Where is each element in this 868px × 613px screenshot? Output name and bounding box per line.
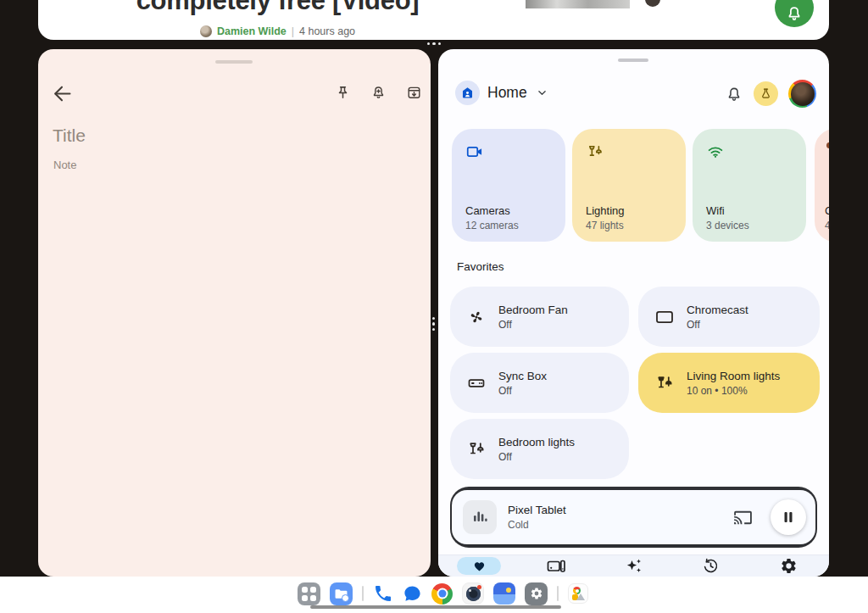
bell-icon bbox=[785, 4, 804, 23]
messages-app-icon[interactable] bbox=[403, 584, 422, 604]
category-label: C bbox=[825, 204, 829, 217]
taskbar-divider bbox=[557, 586, 559, 601]
reminder-button[interactable] bbox=[369, 83, 387, 102]
keep-note-window[interactable]: Title Note bbox=[38, 49, 431, 577]
chrome-app-icon[interactable] bbox=[431, 583, 453, 605]
article-byline: Damien Wilde | 4 hours ago bbox=[38, 25, 517, 37]
archive-icon bbox=[405, 84, 423, 102]
media-box-icon bbox=[466, 373, 487, 393]
tile-status: Off bbox=[498, 385, 547, 397]
category-card-cameras[interactable]: Cameras 12 cameras bbox=[452, 129, 565, 242]
category-sublabel: 3 devices bbox=[706, 220, 749, 231]
nav-automations[interactable] bbox=[612, 556, 656, 577]
author-name[interactable]: Damien Wilde bbox=[217, 25, 287, 37]
tile-status: Off bbox=[687, 319, 748, 331]
back-arrow-icon bbox=[52, 83, 73, 104]
tile-label: Living Room lights bbox=[687, 370, 780, 382]
clock-badge bbox=[342, 594, 349, 602]
lamps-filled-icon bbox=[654, 373, 675, 393]
note-title-input[interactable]: Title bbox=[53, 125, 86, 146]
window-drag-handle[interactable] bbox=[618, 59, 648, 62]
flask-icon bbox=[759, 86, 773, 101]
files-app-icon[interactable] bbox=[330, 582, 353, 605]
keep-action-bar bbox=[333, 83, 423, 102]
device-category-row: Cameras 12 cameras Lighting 47 lights Wi… bbox=[452, 129, 806, 242]
nav-devices[interactable] bbox=[534, 556, 578, 577]
media-player-card[interactable]: Pixel Tablet Cold bbox=[452, 490, 815, 544]
recent-split-pair-icon[interactable] bbox=[568, 583, 588, 604]
gear-icon bbox=[780, 557, 798, 575]
tile-label: Bedroom lights bbox=[498, 436, 575, 449]
devices-icon bbox=[547, 558, 565, 575]
window-drag-handle[interactable] bbox=[215, 60, 253, 64]
favorites-grid: Bedroom Fan Off Chromecast Off Sync Box bbox=[450, 287, 820, 479]
tile-chromecast[interactable]: Chromecast Off bbox=[638, 287, 820, 347]
pause-button[interactable] bbox=[771, 499, 806, 535]
lamps-icon bbox=[466, 439, 487, 460]
phone-app-icon[interactable] bbox=[373, 583, 393, 604]
category-sublabel: 4 bbox=[825, 220, 829, 231]
tile-label: Sync Box bbox=[498, 370, 547, 382]
bell-icon bbox=[725, 85, 743, 103]
tile-bedroom-fan[interactable]: Bedroom Fan Off bbox=[450, 287, 629, 347]
tile-status: Off bbox=[498, 319, 568, 331]
fan-icon bbox=[466, 307, 487, 327]
category-label: Cameras bbox=[465, 204, 510, 217]
pin-button[interactable] bbox=[333, 83, 352, 102]
heart-icon bbox=[472, 559, 487, 573]
chevron-down-icon bbox=[537, 87, 548, 98]
subscribe-bell-button[interactable] bbox=[775, 0, 814, 27]
video-camera-icon bbox=[465, 142, 484, 161]
tile-sync-box[interactable]: Sync Box Off bbox=[450, 353, 629, 413]
display-icon bbox=[654, 307, 675, 327]
google-home-window[interactable]: Home bbox=[438, 49, 829, 577]
nav-activity[interactable] bbox=[689, 556, 733, 577]
notifications-button[interactable] bbox=[725, 85, 743, 103]
gear-icon bbox=[530, 587, 543, 600]
tile-living-room-lights[interactable]: Living Room lights 10 on • 100% bbox=[638, 353, 820, 413]
sparkle-icon bbox=[625, 557, 643, 575]
article-thumbnail bbox=[526, 0, 630, 8]
home-selector[interactable]: Home bbox=[455, 80, 548, 105]
house-icon bbox=[460, 86, 475, 100]
taskbar-divider bbox=[362, 586, 364, 601]
author-avatar bbox=[200, 25, 212, 37]
cast-button[interactable] bbox=[733, 508, 753, 527]
category-card-clipped[interactable]: C 4 bbox=[815, 129, 829, 242]
all-apps-button[interactable] bbox=[298, 582, 320, 605]
tile-label: Chromecast bbox=[687, 304, 748, 316]
tile-label: Bedroom Fan bbox=[498, 304, 568, 316]
settings-app-icon[interactable] bbox=[525, 582, 548, 605]
gallery-app-icon[interactable] bbox=[493, 582, 515, 605]
split-handle-vertical[interactable] bbox=[432, 317, 435, 331]
split-handle-horizontal[interactable] bbox=[427, 42, 441, 45]
history-icon bbox=[702, 557, 720, 575]
browser-article-window[interactable]: completely free [Video] Damien Wilde | 4… bbox=[38, 0, 829, 40]
home-structure-badge bbox=[455, 81, 480, 105]
account-avatar[interactable] bbox=[788, 80, 816, 108]
article-headline: completely free [Video] bbox=[38, 0, 517, 16]
category-label: Lighting bbox=[586, 204, 625, 217]
tile-bedroom-lights[interactable]: Bedroom lights Off bbox=[450, 419, 629, 479]
media-device-name: Pixel Tablet bbox=[508, 504, 733, 516]
phone-icon bbox=[373, 583, 393, 604]
note-body-input[interactable]: Note bbox=[53, 159, 76, 171]
pin-icon bbox=[334, 84, 352, 102]
category-label: Wifi bbox=[706, 204, 725, 217]
category-card-wifi[interactable]: Wifi 3 devices bbox=[693, 129, 806, 242]
category-sublabel: 47 lights bbox=[586, 220, 624, 231]
nav-settings[interactable] bbox=[766, 556, 810, 577]
back-button[interactable] bbox=[49, 81, 75, 106]
reminder-bell-icon bbox=[370, 84, 387, 102]
chat-bubble-icon bbox=[403, 584, 422, 604]
camera-app-icon[interactable] bbox=[462, 582, 484, 605]
media-status: Cold bbox=[508, 519, 733, 531]
wifi-icon bbox=[706, 142, 725, 161]
public-preview-button[interactable] bbox=[754, 81, 778, 106]
article-timestamp: 4 hours ago bbox=[299, 25, 355, 37]
archive-button[interactable] bbox=[404, 83, 423, 102]
category-card-lighting[interactable]: Lighting 47 lights bbox=[572, 129, 686, 242]
gesture-navigation-bar[interactable] bbox=[310, 605, 561, 609]
lamps-icon bbox=[586, 142, 604, 161]
nav-favorites[interactable] bbox=[457, 556, 501, 577]
